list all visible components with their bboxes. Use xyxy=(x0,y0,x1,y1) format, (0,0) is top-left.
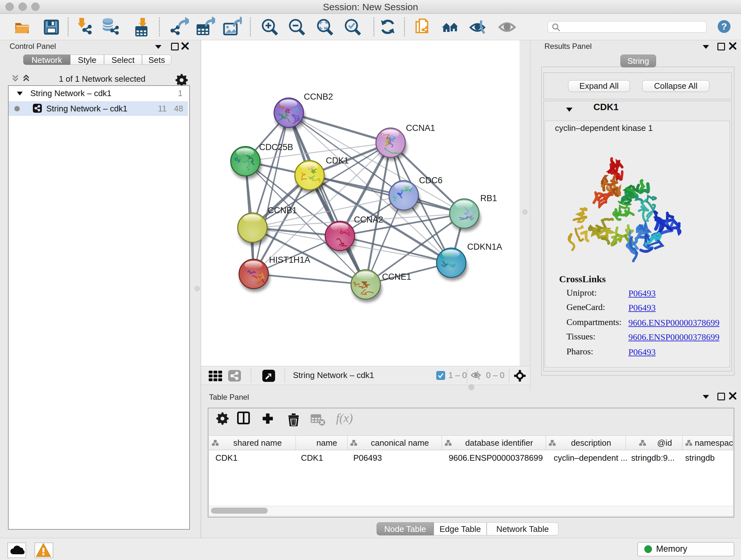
svg-text:CDK1: CDK1 xyxy=(326,156,349,165)
svg-text:CDC6: CDC6 xyxy=(419,176,443,185)
svg-text:CDKN1A: CDKN1A xyxy=(467,242,502,252)
svg-text:CCNA2: CCNA2 xyxy=(354,215,383,225)
svg-text:CCNB1: CCNB1 xyxy=(268,206,297,215)
svg-text:RB1: RB1 xyxy=(480,193,497,203)
svg-text:CCNA1: CCNA1 xyxy=(406,123,435,133)
svg-text:CCNB2: CCNB2 xyxy=(304,92,333,102)
svg-text:CDC25B: CDC25B xyxy=(259,142,293,152)
svg-text:HIST1H1A: HIST1H1A xyxy=(269,255,310,265)
svg-text:CCNE1: CCNE1 xyxy=(382,272,411,282)
svg-text:?: ? xyxy=(721,21,727,32)
